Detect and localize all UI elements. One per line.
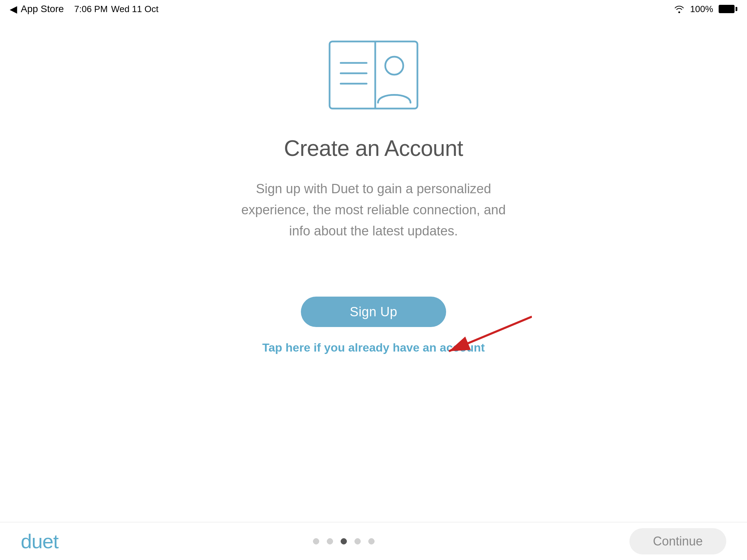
app-store-label[interactable]: App Store — [21, 3, 64, 15]
battery-percent: 100% — [690, 4, 713, 15]
account-card-icon — [327, 39, 420, 111]
main-content: Create an Account Sign up with Duet to g… — [0, 18, 747, 522]
status-time: 7:06 PM — [74, 4, 108, 15]
battery-icon — [719, 5, 737, 13]
status-bar-right: 100% — [674, 4, 738, 15]
svg-rect-0 — [330, 41, 417, 109]
status-date: Wed 11 Oct — [111, 4, 158, 15]
duet-logo: duet — [21, 530, 58, 553]
status-bar: ◀ App Store 7:06 PM Wed 11 Oct 100% — [0, 0, 747, 18]
bottom-bar: duet Continue — [0, 522, 747, 560]
page-title: Create an Account — [284, 136, 463, 161]
svg-line-7 — [449, 317, 532, 351]
arrow-annotation — [407, 313, 532, 362]
pagination-dot-5[interactable] — [368, 538, 375, 544]
pagination-dot-1[interactable] — [313, 538, 319, 544]
pagination-dots — [313, 538, 375, 544]
svg-point-5 — [385, 57, 403, 75]
wifi-icon — [674, 5, 685, 13]
page-description: Sign up with Duet to gain a personalized… — [239, 178, 508, 241]
status-bar-left: ◀ App Store 7:06 PM Wed 11 Oct — [10, 3, 158, 15]
pagination-dot-2[interactable] — [327, 538, 333, 544]
login-link-container: Tap here if you already have an account — [262, 341, 485, 354]
continue-button[interactable]: Continue — [629, 528, 726, 554]
back-arrow-icon[interactable]: ◀ — [10, 3, 17, 15]
pagination-dot-4[interactable] — [354, 538, 361, 544]
pagination-dot-3[interactable] — [341, 538, 347, 544]
